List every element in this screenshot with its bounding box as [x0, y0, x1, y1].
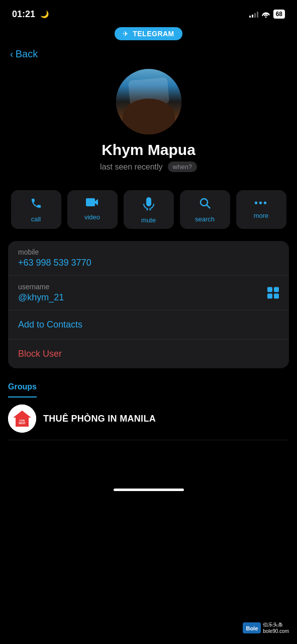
- search-icon: [199, 197, 211, 212]
- profile-section: Khym Mapua last seen recently when?: [0, 64, 297, 182]
- watermark: Bole 伯乐头条bole90.com: [243, 621, 289, 634]
- house-icon: FORRENT: [13, 411, 31, 427]
- home-indicator: [0, 480, 297, 495]
- more-button[interactable]: ••• more: [236, 190, 286, 229]
- moon-icon: 🌙: [40, 10, 49, 18]
- signal-icon: [249, 11, 258, 18]
- profile-name: Khym Mapua: [102, 141, 195, 158]
- mobile-label: mobile: [18, 248, 279, 256]
- watermark-bole: Bole: [246, 625, 258, 631]
- mute-label: mute: [141, 216, 156, 224]
- more-icon: •••: [254, 197, 268, 209]
- username-value: @khym_21: [18, 292, 279, 303]
- svg-line-1: [207, 205, 210, 209]
- mute-button[interactable]: mute: [124, 190, 174, 229]
- add-contacts-text: Add to Contacts: [18, 319, 279, 330]
- search-label: search: [195, 215, 215, 223]
- avatar: [116, 69, 181, 134]
- username-label: username: [18, 283, 279, 291]
- video-label: video: [84, 213, 100, 221]
- status-bar: 01:21 🌙 68: [0, 0, 297, 25]
- status-time: 01:21: [12, 9, 35, 20]
- home-bar: [114, 489, 184, 491]
- add-contacts-row[interactable]: Add to Contacts: [8, 310, 289, 340]
- video-icon: [86, 197, 99, 210]
- telegram-header: ✈ TELEGRAM: [0, 27, 297, 40]
- groups-section: Groups FORRENT THUÊ PHÒNG IN MANILA: [0, 378, 297, 440]
- mobile-value: +63 998 539 3770: [18, 258, 279, 268]
- telegram-icon: ✈: [123, 30, 129, 38]
- video-button[interactable]: video: [67, 190, 118, 229]
- telegram-label: TELEGRAM: [133, 30, 174, 38]
- more-label: more: [254, 212, 269, 219]
- search-button[interactable]: search: [180, 190, 230, 229]
- profile-status: last seen recently when?: [100, 162, 197, 172]
- group-avatar: FORRENT: [8, 405, 36, 433]
- back-label: Back: [16, 48, 38, 60]
- block-user-text: Block User: [18, 349, 279, 359]
- status-text: last seen recently: [100, 163, 163, 172]
- qr-code-icon[interactable]: [267, 287, 279, 299]
- group-name: THUÊ PHÒNG IN MANILA: [43, 414, 156, 424]
- wifi-icon: [261, 11, 270, 18]
- username-row[interactable]: username @khym_21: [8, 276, 289, 310]
- back-chevron-icon: ‹: [10, 48, 14, 60]
- watermark-url: 伯乐头条bole90.com: [263, 621, 289, 634]
- mute-icon: [143, 197, 154, 213]
- avatar-image: [116, 69, 181, 134]
- action-buttons: call video mute search ••• more: [0, 182, 297, 241]
- info-card: mobile +63 998 539 3770 username @khym_2…: [8, 241, 289, 368]
- status-icons: 68: [249, 10, 285, 19]
- call-button[interactable]: call: [11, 190, 61, 229]
- list-item[interactable]: FORRENT THUÊ PHÒNG IN MANILA: [8, 397, 289, 440]
- mobile-row[interactable]: mobile +63 998 539 3770: [8, 241, 289, 276]
- telegram-pill: ✈ TELEGRAM: [115, 27, 182, 40]
- battery-indicator: 68: [273, 10, 285, 19]
- svg-point-0: [201, 199, 208, 206]
- call-icon: [30, 197, 42, 212]
- block-user-row[interactable]: Block User: [8, 340, 289, 368]
- groups-title: Groups: [8, 378, 37, 397]
- back-button[interactable]: ‹ Back: [0, 44, 297, 64]
- call-label: call: [31, 215, 41, 223]
- when-badge: when?: [168, 162, 197, 172]
